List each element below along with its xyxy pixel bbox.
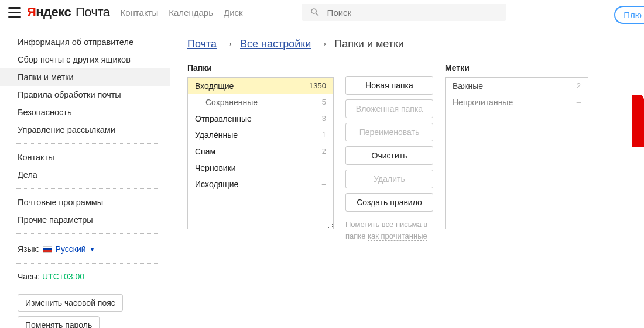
sidebar-item[interactable]: Правила обработки почты xyxy=(0,86,170,103)
folder-row[interactable]: Сохраненные5 xyxy=(188,94,333,111)
language-row[interactable]: Язык: Русский ▼ xyxy=(0,239,170,258)
sidebar-item[interactable]: Прочие параметры xyxy=(0,211,170,229)
folder-name: Удалённые xyxy=(195,130,238,140)
nav-calendar[interactable]: Календарь xyxy=(169,8,213,18)
folder-action-button: Удалить xyxy=(345,170,433,188)
header: Яндекс Почта Контакты Календарь Диск Плю xyxy=(0,0,644,27)
sidebar-item[interactable]: Сбор почты с других ящиков xyxy=(0,51,170,68)
label-name: Непрочитанные xyxy=(453,98,513,107)
labels-column: Метки Важные2Непрочитанные– xyxy=(445,63,588,229)
folder-actions: Новая папкаВложенная папкаПереименоватьО… xyxy=(345,76,433,241)
search-icon xyxy=(310,7,320,18)
clock-row: Часы: UTC+03:00 xyxy=(0,268,170,292)
arrow-icon: → xyxy=(223,38,234,50)
folder-row[interactable]: Спам2 xyxy=(188,143,333,160)
sidebar-item[interactable]: Информация об отправителе xyxy=(0,33,170,51)
folder-name: Исходящие xyxy=(195,179,238,189)
folder-count: 5 xyxy=(322,98,326,107)
mark-read-link[interactable]: как прочитанные xyxy=(368,232,427,241)
folder-action-button[interactable]: Новая папка xyxy=(345,76,433,95)
search-box[interactable] xyxy=(302,4,506,21)
label-row[interactable]: Важные2 xyxy=(446,78,588,94)
label-name: Важные xyxy=(453,81,483,91)
label-count: – xyxy=(577,98,581,107)
folder-count: 1350 xyxy=(309,81,326,91)
sidebar-item[interactable]: Дела xyxy=(0,166,170,184)
sidebar-item[interactable]: Контакты xyxy=(0,149,170,166)
folder-action-button: Переименовать xyxy=(345,123,433,141)
folder-name: Сохраненные xyxy=(205,98,258,107)
sidebar-item[interactable]: Папки и метки xyxy=(0,68,170,86)
folder-name: Входящие xyxy=(195,81,234,91)
sidebar-button[interactable]: Изменить часовой пояс xyxy=(18,294,123,312)
folder-name: Спам xyxy=(195,147,215,156)
folder-row[interactable]: Отправленные3 xyxy=(188,111,333,127)
label-row[interactable]: Непрочитанные– xyxy=(446,94,588,111)
nav-disk[interactable]: Диск xyxy=(224,8,243,18)
folder-count: 3 xyxy=(322,114,326,123)
breadcrumb-all-settings[interactable]: Все настройки xyxy=(240,38,311,50)
sidebar-button[interactable]: Поменять пароль xyxy=(18,316,100,328)
labels-list[interactable]: Важные2Непрочитанные– xyxy=(445,77,588,229)
folder-name: Черновики xyxy=(195,163,236,172)
logo[interactable]: Яндекс Почта xyxy=(27,5,109,20)
clock-label: Часы: xyxy=(18,272,40,281)
folder-action-button[interactable]: Очистить xyxy=(345,146,433,165)
arrow-icon: → xyxy=(317,38,328,50)
search-input[interactable] xyxy=(327,8,498,18)
language-value: Русский xyxy=(56,244,86,254)
breadcrumb-current: Папки и метки xyxy=(334,38,404,50)
label-count: 2 xyxy=(577,81,581,91)
sidebar-item[interactable]: Управление рассылками xyxy=(0,121,170,139)
clock-value[interactable]: UTC+03:00 xyxy=(42,272,84,281)
language-label: Язык: xyxy=(18,244,39,254)
folder-count: 2 xyxy=(322,147,326,156)
folders-column: Папки Входящие1350Сохраненные5Отправленн… xyxy=(187,63,334,229)
folder-count: – xyxy=(322,179,326,189)
flag-icon xyxy=(43,246,52,253)
nav-contacts[interactable]: Контакты xyxy=(120,8,158,18)
folder-row[interactable]: Черновики– xyxy=(188,160,333,176)
plus-button[interactable]: Плю xyxy=(614,6,644,24)
folder-count: – xyxy=(322,163,326,172)
chevron-down-icon: ▼ xyxy=(90,246,95,253)
menu-icon[interactable] xyxy=(8,7,21,18)
logo-mail: Почта xyxy=(76,5,110,19)
folder-row[interactable]: Удалённые1 xyxy=(188,127,333,143)
sidebar-item[interactable]: Безопасность xyxy=(0,103,170,121)
breadcrumb-mail[interactable]: Почта xyxy=(187,38,217,50)
main-content: Почта → Все настройки → Папки и метки Па… xyxy=(170,27,644,328)
sidebar-item[interactable]: Почтовые программы xyxy=(0,194,170,211)
folders-title: Папки xyxy=(187,63,334,72)
breadcrumb: Почта → Все настройки → Папки и метки xyxy=(187,38,638,50)
logo-yandex: ндекс xyxy=(36,5,71,19)
sidebar: Информация об отправителеСбор почты с др… xyxy=(0,27,170,328)
folder-action-button[interactable]: Создать правило xyxy=(345,193,433,212)
logo-y: Я xyxy=(27,5,36,19)
folders-list[interactable]: Входящие1350Сохраненные5Отправленные3Уда… xyxy=(187,77,334,229)
folder-name: Отправленные xyxy=(195,114,252,123)
folder-row[interactable]: Исходящие– xyxy=(188,176,333,192)
folder-row[interactable]: Входящие1350 xyxy=(188,78,333,94)
folder-action-button: Вложенная папка xyxy=(345,99,433,118)
mark-all-read: Пометить все письма в папке как прочитан… xyxy=(345,219,433,241)
top-nav: Контакты Календарь Диск xyxy=(120,8,242,18)
labels-title: Метки xyxy=(445,63,588,72)
folder-count: 1 xyxy=(322,130,326,140)
